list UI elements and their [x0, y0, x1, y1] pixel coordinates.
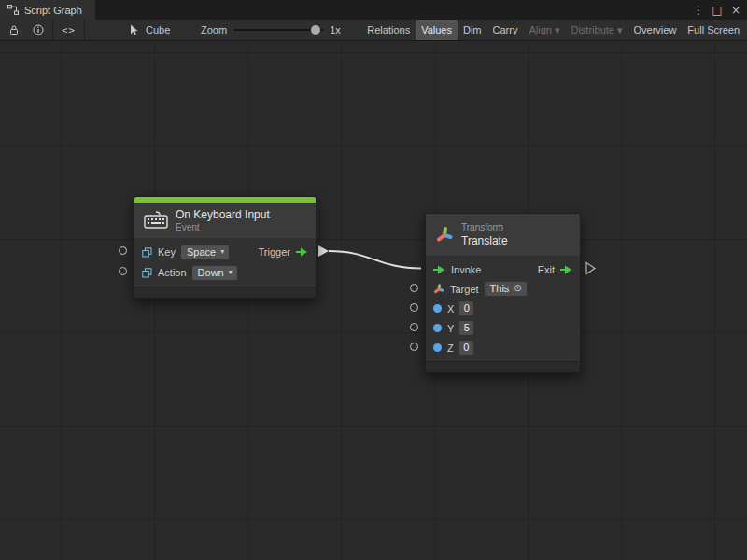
- code-view-button[interactable]: <>: [55, 20, 82, 40]
- x-row: X 0: [426, 299, 580, 318]
- target-object-field[interactable]: This ⊙: [485, 282, 527, 296]
- z-label: Z: [447, 343, 454, 354]
- tab-script-graph[interactable]: Script Graph: [0, 0, 95, 20]
- toolbar-button-overview[interactable]: Overview: [628, 20, 683, 40]
- key-label: Key: [158, 246, 176, 258]
- toolbar-button-relations[interactable]: Relations: [361, 20, 416, 40]
- z-value-field[interactable]: 0: [459, 341, 473, 355]
- x-label: X: [447, 303, 454, 315]
- action-row: Action Down ▾: [134, 262, 316, 283]
- chevron-down-icon: ▾: [220, 246, 224, 258]
- window-maximize-button[interactable]: □: [710, 2, 725, 19]
- pointer-icon: [129, 24, 140, 35]
- info-button[interactable]: [26, 20, 50, 40]
- z-port-dot[interactable]: [433, 343, 442, 352]
- key-input-port[interactable]: [119, 246, 127, 255]
- y-value-field[interactable]: 5: [459, 321, 473, 335]
- layers-icon: [142, 268, 152, 278]
- target-row: Target This ⊙: [426, 279, 580, 299]
- toolbar-button-align[interactable]: Align ▾: [523, 20, 565, 40]
- invoke-port[interactable]: [433, 265, 445, 274]
- keyboard-icon: [144, 211, 168, 230]
- y-label: Y: [447, 323, 454, 334]
- toolbar-button-values[interactable]: Values: [416, 20, 458, 40]
- zoom-label: Zoom: [201, 24, 227, 35]
- window-menu-button[interactable]: ⋮: [691, 2, 706, 19]
- key-dropdown[interactable]: Space ▾: [181, 245, 229, 259]
- zoom-value: 1x: [330, 24, 341, 35]
- y-row: Y 5: [426, 318, 580, 338]
- x-value-field[interactable]: 0: [459, 301, 473, 315]
- node-translate[interactable]: Transform Translate Invoke Exit: [425, 213, 581, 373]
- toolbar-button-fullscreen[interactable]: Full Screen: [682, 20, 745, 40]
- action-input-port[interactable]: [119, 267, 127, 275]
- key-row: Key Space ▾ Trigger: [134, 242, 316, 262]
- y-port-dot[interactable]: [433, 324, 442, 332]
- toolbar: <> Cube Zoom 1x Relations Values Dim: [0, 20, 747, 41]
- invoke-label: Invoke: [451, 264, 481, 275]
- invoke-exit-row: Invoke Exit: [426, 259, 580, 279]
- exit-label: Exit: [538, 264, 555, 275]
- node-header: Transform Translate: [426, 214, 580, 256]
- node-subtitle: Event: [176, 222, 270, 232]
- node-on-keyboard-input[interactable]: On Keyboard Input Event Key Space ▾: [134, 196, 317, 299]
- z-row: Z 0: [426, 338, 580, 357]
- chevron-down-icon: ▾: [229, 267, 233, 278]
- action-dropdown[interactable]: Down ▾: [192, 266, 237, 280]
- transform-icon-small: [433, 284, 444, 295]
- node-titles: On Keyboard Input Event: [176, 208, 270, 232]
- node-body: Invoke Exit: [426, 256, 580, 361]
- transform-icon: [435, 226, 454, 245]
- connection-wire: [0, 41, 747, 560]
- exit-port[interactable]: [560, 265, 572, 274]
- zoom-slider[interactable]: [233, 24, 323, 35]
- action-label: Action: [158, 267, 187, 278]
- toolbar-left-group: <>: [2, 20, 87, 40]
- titlebar: Script Graph ⋮ □ ×: [0, 0, 747, 20]
- trigger-label: Trigger: [259, 246, 290, 258]
- action-dropdown-value: Down: [198, 267, 224, 278]
- target-input-port[interactable]: [410, 284, 418, 292]
- target-object-value: This: [490, 283, 510, 294]
- window-close-button[interactable]: ×: [728, 2, 743, 19]
- x-input-port[interactable]: [410, 303, 418, 312]
- script-graph-icon: [7, 5, 19, 15]
- toolbar-separator: [52, 20, 53, 40]
- trigger-port[interactable]: [296, 247, 308, 257]
- object-picker-icon[interactable]: ⊙: [514, 283, 521, 294]
- toolbar-button-carry[interactable]: Carry: [487, 20, 524, 40]
- lock-button[interactable]: [2, 20, 26, 40]
- toolbar-button-distribute[interactable]: Distribute ▾: [565, 20, 627, 40]
- node-title: Translate: [461, 234, 508, 247]
- toolbar-buttons: Relations Values Dim Carry Align ▾ Distr…: [361, 20, 745, 40]
- node-body: Key Space ▾ Trigger: [134, 238, 316, 287]
- graph-canvas[interactable]: On Keyboard Input Event Key Space ▾: [0, 41, 747, 560]
- key-dropdown-value: Space: [187, 246, 216, 258]
- node-header: On Keyboard Input Event: [134, 203, 316, 238]
- zoom-slider-handle[interactable]: [311, 25, 320, 35]
- zoom-slider-track: [233, 29, 323, 31]
- toolbar-separator: [84, 20, 85, 40]
- node-footer: [426, 361, 580, 372]
- graph-target-label: Cube: [146, 24, 170, 35]
- layers-icon: [142, 247, 152, 258]
- zoom-control: Zoom 1x: [201, 20, 341, 40]
- window-controls: ⋮ □ ×: [691, 0, 743, 20]
- tab-label: Script Graph: [24, 5, 82, 16]
- node-title: On Keyboard Input: [176, 208, 270, 221]
- info-icon: [33, 24, 44, 35]
- code-icon: <>: [62, 24, 76, 36]
- target-label: Target: [450, 284, 479, 295]
- x-port-dot[interactable]: [433, 304, 442, 313]
- graph-target-group[interactable]: Cube: [129, 20, 170, 40]
- toolbar-button-dim[interactable]: Dim: [458, 20, 487, 40]
- y-input-port[interactable]: [410, 323, 418, 331]
- z-input-port[interactable]: [410, 343, 418, 351]
- node-category: Transform: [461, 222, 508, 232]
- node-footer: [134, 287, 316, 298]
- lock-icon: [8, 24, 20, 35]
- script-graph-window: Script Graph ⋮ □ ×: [0, 0, 747, 560]
- node-titles: Transform Translate: [461, 222, 508, 247]
